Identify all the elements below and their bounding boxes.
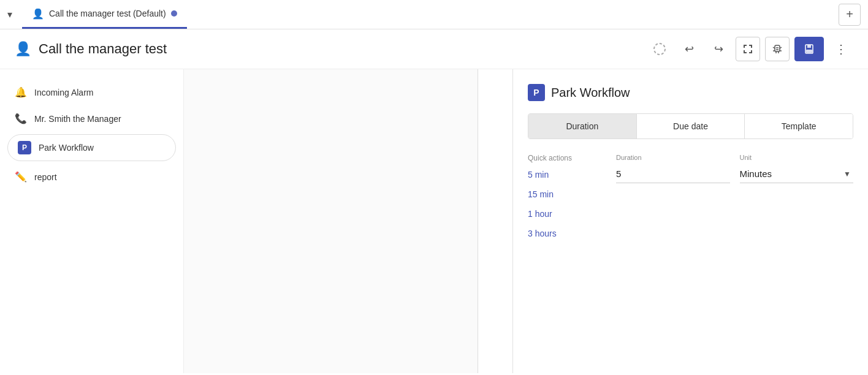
- svg-rect-2: [744, 45, 745, 48]
- panel-body: Quick actions 5 min 15 min 1 hour 3 hour…: [528, 154, 853, 248]
- svg-rect-20: [806, 50, 812, 53]
- quick-action-15min[interactable]: 15 min: [528, 189, 601, 199]
- item-label-mr-smith: Mr. Smith the Manager: [34, 114, 121, 124]
- phone-icon: 📞: [15, 113, 27, 124]
- detail-panel: P Park Workflow Duration Due date Templa…: [512, 69, 868, 373]
- expand-button[interactable]: [736, 37, 760, 61]
- quick-action-1hour[interactable]: 1 hour: [528, 209, 601, 219]
- workflow-list: 🔔 Incoming Alarm 📞 Mr. Smith the Manager…: [0, 69, 184, 373]
- svg-rect-9: [775, 45, 780, 51]
- svg-rect-19: [807, 45, 811, 48]
- unit-label: Unit: [740, 154, 854, 161]
- tab-user-icon: 👤: [32, 8, 44, 20]
- unit-select[interactable]: Minutes Hours Days: [740, 165, 854, 183]
- list-item-park-workflow[interactable]: P Park Workflow: [7, 134, 176, 161]
- svg-point-0: [654, 44, 665, 55]
- debug-icon: [771, 43, 783, 55]
- duration-input[interactable]: [616, 165, 730, 183]
- undo-button[interactable]: ↩: [677, 37, 701, 61]
- item-label-report: report: [34, 172, 57, 182]
- panel-title: P Park Workflow: [528, 84, 853, 101]
- list-item-incoming-alarm[interactable]: 🔔 Incoming Alarm: [0, 79, 183, 105]
- list-item-mr-smith[interactable]: 📞 Mr. Smith the Manager: [0, 105, 183, 132]
- tab-call-manager[interactable]: 👤 Call the manager test (Default): [22, 0, 187, 29]
- unit-select-wrapper: Minutes Hours Days ▼: [740, 165, 854, 183]
- flow-canvas: [184, 69, 478, 373]
- add-tab-button[interactable]: +: [839, 4, 861, 26]
- main-header: 👤 Call the manager test ↩ ↪: [0, 29, 868, 69]
- pencil-icon: ✏️: [15, 171, 27, 183]
- spinner-icon: [653, 42, 666, 56]
- alarm-icon: 🔔: [15, 86, 27, 98]
- header-user-icon: 👤: [15, 41, 31, 57]
- quick-action-3hours[interactable]: 3 hours: [528, 229, 601, 238]
- panel-title-text: Park Workflow: [551, 86, 630, 100]
- list-item-report[interactable]: ✏️ report: [0, 164, 183, 190]
- save-icon: [804, 44, 815, 55]
- content-area: 🔔 Incoming Alarm 📞 Mr. Smith the Manager…: [0, 69, 868, 373]
- item-label-park-workflow: Park Workflow: [39, 143, 94, 153]
- redo-button[interactable]: ↪: [706, 37, 731, 61]
- tab-label: Call the manager test (Default): [49, 9, 166, 18]
- park-badge: P: [18, 141, 31, 154]
- panel-tabs: Duration Due date Template: [528, 113, 853, 139]
- tab-dot: [171, 10, 177, 17]
- tab-dropdown[interactable]: ▾: [7, 9, 12, 20]
- quick-action-5min[interactable]: 5 min: [528, 170, 601, 180]
- tab-due-date[interactable]: Due date: [637, 114, 745, 138]
- quick-actions: Quick actions 5 min 15 min 1 hour 3 hour…: [528, 154, 601, 248]
- save-button[interactable]: [794, 37, 824, 61]
- debug-button[interactable]: [765, 37, 790, 61]
- duration-group: Duration: [616, 154, 730, 183]
- expand-icon: [742, 44, 753, 55]
- svg-rect-6: [744, 50, 745, 53]
- panel-badge: P: [528, 84, 545, 101]
- form-row: Duration Unit Minutes Hours Days: [616, 154, 853, 183]
- right-panel: P Park Workflow Duration Due date Templa…: [184, 69, 868, 373]
- tab-template[interactable]: Template: [745, 114, 853, 138]
- quick-actions-label: Quick actions: [528, 154, 601, 162]
- item-label-incoming-alarm: Incoming Alarm: [34, 88, 93, 97]
- svg-rect-4: [751, 45, 752, 48]
- header-toolbar: ↩ ↪: [647, 37, 853, 61]
- tab-bar: ▾ 👤 Call the manager test (Default) +: [0, 0, 868, 29]
- canvas-divider: [478, 69, 478, 373]
- header-left: 👤 Call the manager test: [15, 41, 167, 57]
- page-title: Call the manager test: [39, 41, 167, 57]
- more-button[interactable]: ⋮: [829, 37, 853, 61]
- dropdown-icon: ▾: [7, 9, 12, 20]
- tab-duration[interactable]: Duration: [528, 114, 637, 138]
- spinner-button[interactable]: [647, 37, 672, 61]
- duration-form: Duration Unit Minutes Hours Days: [616, 154, 853, 248]
- svg-rect-8: [751, 50, 752, 53]
- duration-label: Duration: [616, 154, 730, 161]
- unit-group: Unit Minutes Hours Days ▼: [740, 154, 854, 183]
